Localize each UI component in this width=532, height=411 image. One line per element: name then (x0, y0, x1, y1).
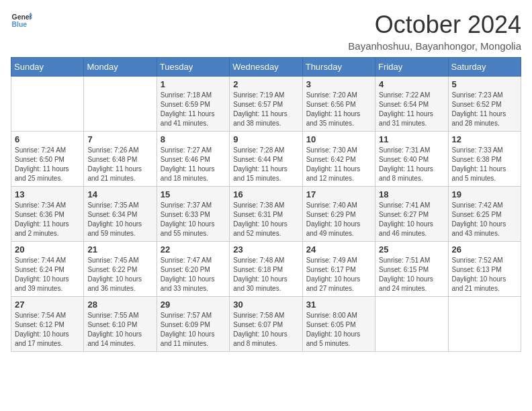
calendar-cell: 27 Sunrise: 7:54 AM Sunset: 6:12 PM Dayl… (11, 297, 84, 352)
day-info: Sunrise: 7:27 AM Sunset: 6:46 PM Dayligh… (161, 146, 226, 183)
day-info: Sunrise: 7:18 AM Sunset: 6:59 PM Dayligh… (161, 91, 226, 128)
day-number: 19 (452, 189, 517, 199)
day-info: Sunrise: 7:51 AM Sunset: 6:15 PM Dayligh… (379, 256, 444, 293)
day-number: 24 (306, 244, 371, 255)
calendar-cell: 8 Sunrise: 7:27 AM Sunset: 6:46 PM Dayli… (157, 132, 229, 187)
day-number: 16 (233, 189, 298, 199)
calendar-cell: 2 Sunrise: 7:19 AM Sunset: 6:57 PM Dayli… (230, 77, 302, 132)
day-info: Sunrise: 7:54 AM Sunset: 6:12 PM Dayligh… (15, 311, 80, 349)
calendar-cell: 5 Sunrise: 7:23 AM Sunset: 6:52 PM Dayli… (448, 77, 521, 132)
day-info: Sunrise: 7:49 AM Sunset: 6:17 PM Dayligh… (306, 256, 371, 293)
day-info: Sunrise: 7:22 AM Sunset: 6:54 PM Dayligh… (379, 91, 444, 128)
day-info: Sunrise: 7:55 AM Sunset: 6:10 PM Dayligh… (87, 311, 152, 349)
day-number: 15 (161, 189, 226, 199)
calendar-week-row: 27 Sunrise: 7:54 AM Sunset: 6:12 PM Dayl… (11, 297, 521, 352)
day-number: 9 (233, 134, 298, 144)
calendar-cell: 13 Sunrise: 7:34 AM Sunset: 6:36 PM Dayl… (11, 187, 84, 242)
calendar-cell: 12 Sunrise: 7:33 AM Sunset: 6:38 PM Dayl… (448, 132, 521, 187)
calendar-cell: 1 Sunrise: 7:18 AM Sunset: 6:59 PM Dayli… (157, 77, 229, 132)
calendar-cell: 4 Sunrise: 7:22 AM Sunset: 6:54 PM Dayli… (375, 77, 448, 132)
location-title: Bayanhoshuu, Bayanhongor, Mongolia (348, 40, 521, 52)
day-info: Sunrise: 7:20 AM Sunset: 6:56 PM Dayligh… (306, 91, 371, 128)
weekday-header-wednesday: Wednesday (230, 58, 302, 77)
calendar-cell (11, 77, 84, 132)
weekday-header-thursday: Thursday (302, 58, 375, 77)
day-info: Sunrise: 7:28 AM Sunset: 6:44 PM Dayligh… (233, 146, 298, 183)
calendar-week-row: 6 Sunrise: 7:24 AM Sunset: 6:50 PM Dayli… (11, 132, 521, 187)
calendar-cell: 23 Sunrise: 7:48 AM Sunset: 6:18 PM Dayl… (230, 242, 302, 297)
day-info: Sunrise: 7:23 AM Sunset: 6:52 PM Dayligh… (452, 91, 517, 128)
calendar-cell: 11 Sunrise: 7:31 AM Sunset: 6:40 PM Dayl… (375, 132, 448, 187)
title-area: October 2024 Bayanhoshuu, Bayanhongor, M… (348, 11, 521, 52)
day-info: Sunrise: 7:24 AM Sunset: 6:50 PM Dayligh… (15, 146, 80, 183)
calendar-cell: 28 Sunrise: 7:55 AM Sunset: 6:10 PM Dayl… (84, 297, 157, 352)
day-info: Sunrise: 7:40 AM Sunset: 6:29 PM Dayligh… (306, 201, 371, 238)
calendar-cell: 17 Sunrise: 7:40 AM Sunset: 6:29 PM Dayl… (302, 187, 375, 242)
day-number: 25 (379, 244, 444, 255)
calendar-cell: 3 Sunrise: 7:20 AM Sunset: 6:56 PM Dayli… (302, 77, 375, 132)
calendar-cell: 6 Sunrise: 7:24 AM Sunset: 6:50 PM Dayli… (11, 132, 84, 187)
calendar-cell: 7 Sunrise: 7:26 AM Sunset: 6:48 PM Dayli… (84, 132, 157, 187)
calendar-cell: 19 Sunrise: 7:42 AM Sunset: 6:25 PM Dayl… (448, 187, 521, 242)
weekday-header-friday: Friday (375, 58, 448, 77)
day-info: Sunrise: 7:37 AM Sunset: 6:33 PM Dayligh… (161, 201, 226, 238)
calendar-week-row: 13 Sunrise: 7:34 AM Sunset: 6:36 PM Dayl… (11, 187, 521, 242)
day-info: Sunrise: 7:47 AM Sunset: 6:20 PM Dayligh… (161, 256, 226, 293)
calendar-week-row: 1 Sunrise: 7:18 AM Sunset: 6:59 PM Dayli… (11, 77, 521, 132)
calendar-cell: 22 Sunrise: 7:47 AM Sunset: 6:20 PM Dayl… (157, 242, 229, 297)
day-number: 28 (87, 300, 152, 310)
day-number: 5 (452, 79, 517, 89)
day-number: 21 (87, 244, 152, 255)
calendar-cell: 15 Sunrise: 7:37 AM Sunset: 6:33 PM Dayl… (157, 187, 229, 242)
day-number: 2 (233, 79, 298, 89)
day-number: 27 (15, 300, 80, 310)
month-title: October 2024 (348, 11, 521, 39)
calendar-cell: 24 Sunrise: 7:49 AM Sunset: 6:17 PM Dayl… (302, 242, 375, 297)
day-number: 13 (15, 189, 80, 199)
day-number: 6 (15, 134, 80, 144)
calendar-cell: 9 Sunrise: 7:28 AM Sunset: 6:44 PM Dayli… (230, 132, 302, 187)
svg-text:Blue: Blue (12, 21, 28, 28)
day-number: 7 (87, 134, 152, 144)
svg-text:General: General (12, 13, 32, 21)
day-number: 22 (161, 244, 226, 255)
calendar-cell: 25 Sunrise: 7:51 AM Sunset: 6:15 PM Dayl… (375, 242, 448, 297)
day-number: 23 (233, 244, 298, 255)
logo-icon: General Blue (11, 11, 32, 32)
calendar-cell: 21 Sunrise: 7:45 AM Sunset: 6:22 PM Dayl… (84, 242, 157, 297)
calendar-cell (375, 297, 448, 352)
calendar-cell (448, 297, 521, 352)
day-number: 1 (161, 79, 226, 89)
day-number: 31 (306, 300, 371, 310)
day-info: Sunrise: 7:42 AM Sunset: 6:25 PM Dayligh… (452, 201, 517, 238)
header: General Blue October 2024 Bayanhoshuu, B… (11, 11, 521, 52)
calendar-cell: 10 Sunrise: 7:30 AM Sunset: 6:42 PM Dayl… (302, 132, 375, 187)
weekday-header-sunday: Sunday (11, 58, 84, 77)
day-info: Sunrise: 7:44 AM Sunset: 6:24 PM Dayligh… (15, 256, 80, 293)
day-number: 8 (161, 134, 226, 144)
calendar-table: SundayMondayTuesdayWednesdayThursdayFrid… (11, 57, 521, 352)
logo: General Blue (11, 11, 32, 32)
day-info: Sunrise: 7:48 AM Sunset: 6:18 PM Dayligh… (233, 256, 298, 293)
calendar-cell: 20 Sunrise: 7:44 AM Sunset: 6:24 PM Dayl… (11, 242, 84, 297)
weekday-header-monday: Monday (84, 58, 157, 77)
weekday-header-row: SundayMondayTuesdayWednesdayThursdayFrid… (11, 58, 521, 77)
weekday-header-tuesday: Tuesday (157, 58, 229, 77)
day-info: Sunrise: 7:45 AM Sunset: 6:22 PM Dayligh… (87, 256, 152, 293)
day-number: 14 (87, 189, 152, 199)
day-info: Sunrise: 7:38 AM Sunset: 6:31 PM Dayligh… (233, 201, 298, 238)
day-info: Sunrise: 7:34 AM Sunset: 6:36 PM Dayligh… (15, 201, 80, 238)
day-number: 17 (306, 189, 371, 199)
weekday-header-saturday: Saturday (448, 58, 521, 77)
day-number: 3 (306, 79, 371, 89)
day-number: 18 (379, 189, 444, 199)
calendar-week-row: 20 Sunrise: 7:44 AM Sunset: 6:24 PM Dayl… (11, 242, 521, 297)
day-number: 12 (452, 134, 517, 144)
calendar-cell: 18 Sunrise: 7:41 AM Sunset: 6:27 PM Dayl… (375, 187, 448, 242)
calendar-cell: 16 Sunrise: 7:38 AM Sunset: 6:31 PM Dayl… (230, 187, 302, 242)
calendar-cell: 14 Sunrise: 7:35 AM Sunset: 6:34 PM Dayl… (84, 187, 157, 242)
day-info: Sunrise: 7:58 AM Sunset: 6:07 PM Dayligh… (233, 311, 298, 349)
day-info: Sunrise: 7:57 AM Sunset: 6:09 PM Dayligh… (161, 311, 226, 349)
day-info: Sunrise: 7:31 AM Sunset: 6:40 PM Dayligh… (379, 146, 444, 183)
day-info: Sunrise: 8:00 AM Sunset: 6:05 PM Dayligh… (306, 311, 371, 349)
